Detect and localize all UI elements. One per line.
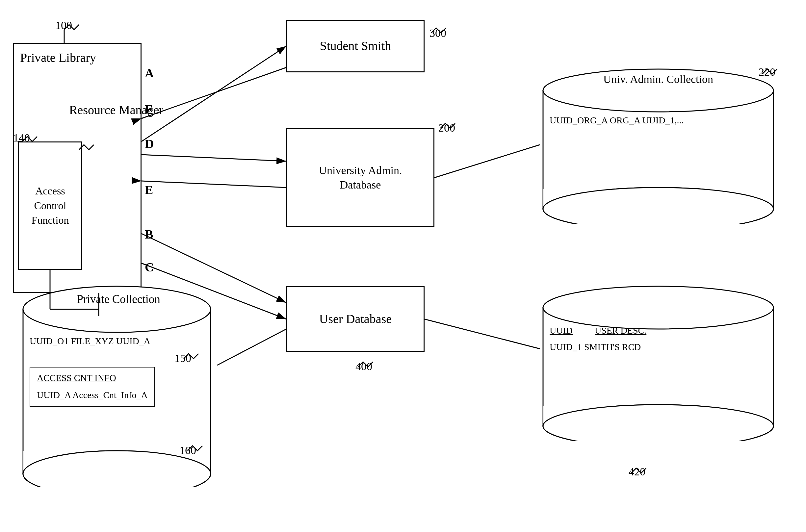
student-smith-box: Student Smith [286, 20, 425, 72]
ref-220: 220 [758, 66, 775, 78]
univ-admin-collection-cylinder: Univ. Admin. Collection UUID_ORG_A ORG_A… [540, 66, 777, 224]
arrow-label-C: C [145, 260, 154, 274]
svg-line-21 [142, 181, 286, 188]
private-collection-content: UUID_O1 FILE_XYZ UUID_A ACCESS CNT INFO … [30, 334, 155, 407]
ref-160: 160 [180, 444, 196, 457]
ref-100: 100 [55, 19, 72, 32]
uc-content: UUID USER DESC. UUID_1 SMITH'S RCD [550, 322, 646, 356]
student-smith-label: Student Smith [320, 38, 391, 54]
user-db-label: User Database [319, 311, 392, 327]
private-library-label: Private Library [20, 50, 96, 66]
svg-line-18 [142, 46, 286, 141]
pc-access-header: ACCESS CNT INFO [37, 371, 148, 385]
private-collection-title: Private Collection [20, 293, 217, 306]
ref-200: 200 [438, 122, 455, 134]
pc-line1: UUID_O1 FILE_XYZ UUID_A [30, 334, 155, 349]
uc-userdesc-header: USER DESC. [595, 325, 646, 336]
acf-box: AccessControlFunction [18, 141, 82, 270]
user-collection-cylinder: UUID USER DESC. UUID_1 SMITH'S RCD [540, 283, 777, 441]
univ-admin-label: University Admin.Database [319, 163, 402, 192]
ref-300: 300 [430, 27, 446, 39]
user-db-box: User Database [286, 286, 425, 352]
acf-label: AccessControlFunction [32, 184, 69, 228]
ref-420: 420 [629, 466, 645, 478]
svg-line-30 [217, 329, 286, 365]
arrow-label-A: A [145, 66, 154, 80]
arrow-label-B: B [145, 227, 153, 242]
svg-line-19 [142, 68, 286, 118]
arrow-label-E: E [145, 183, 153, 197]
uac-title: Univ. Admin. Collection [540, 73, 777, 86]
uc-uuid-header: UUID [550, 325, 573, 336]
ref-150: 150 [174, 352, 191, 364]
svg-line-29 [425, 319, 540, 349]
svg-line-20 [142, 155, 286, 161]
svg-line-28 [434, 145, 540, 178]
uc-line1: UUID_1 SMITH'S RCD [550, 339, 646, 355]
arrow-label-D: D [145, 136, 154, 151]
arrow-label-F: F [145, 102, 152, 116]
diagram-container: 100 Private Library 120 140 AccessContro… [0, 0, 806, 532]
ref-400: 400 [355, 360, 372, 373]
uac-line1: UUID_ORG_A ORG_A UUID_1,... [550, 115, 684, 126]
pc-line3: UUID_A Access_Cnt_Info_A [37, 388, 148, 403]
univ-admin-db-box: University Admin.Database [286, 128, 434, 227]
